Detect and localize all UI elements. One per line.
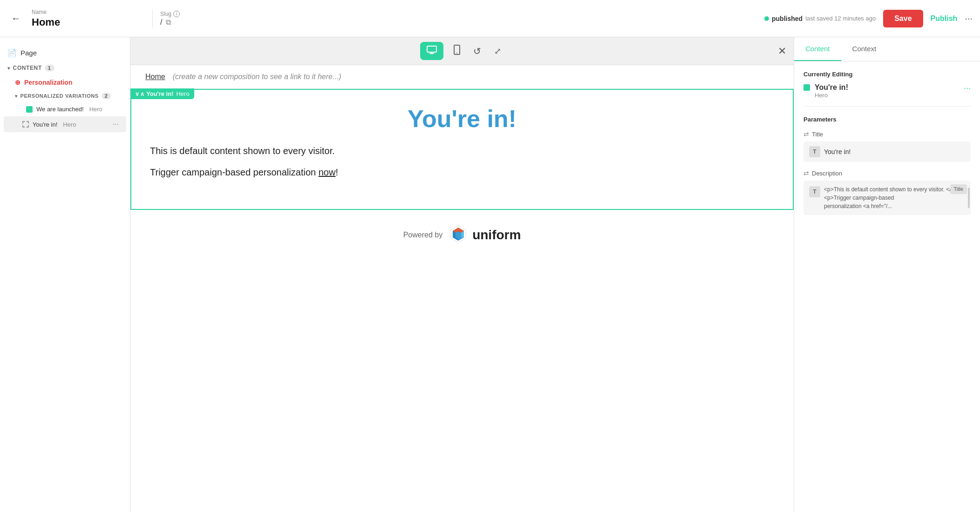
hero-wrapper: ∨ ∧ You're in! Hero You're in! This is d… — [130, 89, 794, 210]
uniform-logo: uniform — [448, 225, 521, 245]
canvas-footer: Powered by uniform — [130, 210, 794, 260]
top-bar: ← Name Home Slug i / ⧉ published last sa… — [0, 0, 980, 37]
tab-context[interactable]: Context — [841, 37, 888, 61]
component-more-2[interactable]: ··· — [113, 120, 119, 128]
target-icon: ⊕ — [15, 79, 20, 86]
component-type-1: Hero — [89, 106, 102, 113]
panel-tabs: Content Context — [794, 37, 980, 61]
param-description-label: Description — [812, 170, 842, 177]
move-down-arrow[interactable]: ∨ — [135, 91, 139, 97]
hero-title: You're in! — [150, 105, 774, 133]
published-status: published last saved 12 minutes ago — [764, 15, 876, 22]
name-label: Name — [32, 9, 141, 15]
personalized-variations-label: PERSONALIZED VARIATIONS — [20, 93, 99, 99]
hero-trigger: Trigger campaign-based personalization n… — [150, 165, 774, 179]
component-icon-1 — [26, 106, 33, 113]
title-badge: Title — [950, 184, 967, 194]
mobile-view-button[interactable] — [451, 42, 463, 60]
svg-rect-0 — [427, 46, 436, 52]
param-title-link-icon: ⇄ — [803, 130, 809, 138]
page-icon: 📄 — [7, 48, 17, 57]
slug-section: Slug i / ⧉ — [160, 11, 757, 27]
sidebar: 📄 Page ▾ CONTENT 1 ⊕ Personalization ▾ P… — [0, 37, 130, 512]
expand-button[interactable]: ⤢ — [491, 43, 504, 59]
editing-more-button[interactable]: ··· — [964, 83, 971, 93]
refresh-button[interactable]: ↺ — [470, 43, 484, 60]
hero-badge-type: Hero — [176, 90, 189, 97]
param-title-type-icon: T — [809, 146, 820, 157]
hero-badge: ∨ ∧ You're in! Hero — [130, 88, 194, 99]
canvas-area: ↺ ⤢ ✕ Home (create a new composition to … — [130, 37, 794, 512]
uniform-brand-text: uniform — [472, 228, 521, 243]
page-name-value: Home — [32, 16, 141, 28]
param-title-value-box[interactable]: T You're in! — [803, 141, 971, 162]
desc-scrollbar — [968, 188, 970, 208]
hero-badge-arrows[interactable]: ∨ ∧ — [135, 91, 144, 97]
param-title-row: ⇄ Title T You're in! — [803, 130, 971, 162]
slug-info-icon[interactable]: i — [173, 11, 180, 17]
variations-chevron: ▾ — [15, 94, 18, 99]
hero-description: This is default content shown to every v… — [150, 144, 774, 158]
component-label-1: We are launched! — [36, 106, 84, 113]
hero-badge-name: You're in! — [146, 90, 173, 97]
canvas-frame: Home (create a new composition to see a … — [130, 65, 794, 512]
param-title-label-row: ⇄ Title — [803, 130, 971, 138]
desc-content: <p>This is default content shown to ever… — [824, 185, 957, 210]
page-name-section: Name Home — [32, 9, 153, 28]
personalization-row[interactable]: ⊕ Personalization — [0, 75, 130, 90]
publish-button[interactable]: Publish — [931, 14, 958, 23]
personalized-variations-header[interactable]: ▾ PERSONALIZED VARIATIONS 2 — [0, 90, 130, 102]
variations-count: 2 — [102, 93, 111, 99]
page-label: Page — [20, 49, 37, 57]
component-row-1[interactable]: We are launched! Hero — [0, 102, 130, 116]
slug-input-row: / ⧉ — [160, 18, 757, 27]
currently-editing-label: Currently Editing — [803, 71, 971, 78]
param-desc-link-icon: ⇄ — [803, 169, 809, 177]
editing-component-name: You're in! — [815, 83, 959, 92]
home-nav-link[interactable]: Home — [145, 73, 165, 81]
editing-component-icon — [803, 84, 810, 91]
move-up-arrow[interactable]: ∧ — [140, 91, 144, 97]
slug-value: / — [160, 18, 162, 27]
tab-content[interactable]: Content — [794, 37, 841, 61]
svg-point-2 — [456, 53, 457, 54]
published-label: published — [772, 15, 803, 22]
canvas-close-button[interactable]: ✕ — [778, 45, 786, 57]
sidebar-page-row[interactable]: 📄 Page — [0, 45, 130, 61]
editing-component-info: You're in! Hero — [815, 83, 959, 99]
content-section-header[interactable]: ▾ CONTENT 1 — [0, 61, 130, 75]
copy-icon[interactable]: ⧉ — [166, 18, 171, 27]
param-description-label-row: ⇄ Description — [803, 169, 971, 177]
hero-content: You're in! This is default content shown… — [130, 89, 794, 210]
canvas-nav: Home (create a new composition to see a … — [130, 65, 794, 89]
create-composition-text: (create a new composition to see a link … — [173, 73, 341, 81]
content-label: CONTENT — [13, 65, 42, 71]
desc-flex-row: T <p>This is default content shown to ev… — [809, 185, 965, 210]
trigger-link[interactable]: now — [319, 167, 336, 177]
editing-component-type: Hero — [815, 92, 959, 99]
component-row-2[interactable]: You're in! Hero ··· — [4, 116, 126, 132]
uniform-logo-icon — [448, 225, 469, 245]
powered-by-text: Powered by — [403, 231, 443, 239]
content-chevron: ▾ — [7, 66, 10, 71]
published-dot — [764, 16, 769, 21]
right-panel: Content Context Currently Editing You're… — [794, 37, 980, 512]
last-saved: last saved 12 minutes ago — [805, 15, 876, 22]
slug-label: Slug i — [160, 11, 757, 17]
more-options-button[interactable]: ··· — [965, 13, 973, 24]
param-description-row: ⇄ Description Title T <p>This is default… — [803, 169, 971, 215]
content-count: 1 — [45, 65, 54, 71]
param-title-value: You're in! — [824, 148, 851, 155]
parameters-label: Parameters — [803, 116, 971, 123]
back-button[interactable]: ← — [7, 10, 24, 27]
component-icon-2 — [22, 121, 29, 128]
component-label-2: You're in! — [33, 121, 57, 128]
param-title-label: Title — [812, 131, 823, 138]
top-bar-right: published last saved 12 minutes ago Save… — [764, 10, 973, 27]
save-button[interactable]: Save — [883, 10, 923, 27]
desktop-view-button[interactable] — [420, 42, 443, 60]
main-layout: 📄 Page ▾ CONTENT 1 ⊕ Personalization ▾ P… — [0, 37, 980, 512]
param-description-value-box[interactable]: Title T <p>This is default content shown… — [803, 181, 971, 215]
personalization-label: Personalization — [24, 79, 72, 86]
desc-type-icon: T — [809, 186, 820, 197]
